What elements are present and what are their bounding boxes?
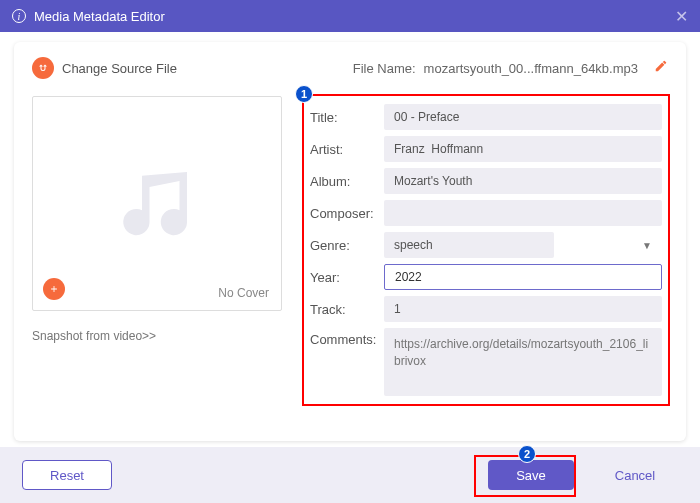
add-cover-button[interactable] bbox=[43, 278, 65, 300]
no-cover-label: No Cover bbox=[218, 286, 269, 300]
info-icon: i bbox=[12, 9, 26, 23]
close-icon[interactable]: ✕ bbox=[675, 7, 688, 26]
album-label: Album: bbox=[310, 174, 384, 189]
file-name-label: File Name: bbox=[353, 61, 416, 76]
window-title: Media Metadata Editor bbox=[34, 9, 165, 24]
year-input[interactable] bbox=[384, 264, 662, 290]
content: Change Source File File Name: mozartsyou… bbox=[0, 32, 700, 503]
save-button[interactable]: Save bbox=[488, 460, 574, 490]
change-source-file[interactable]: Change Source File bbox=[62, 61, 177, 76]
cancel-button[interactable]: Cancel bbox=[592, 460, 678, 490]
main-card: Change Source File File Name: mozartsyou… bbox=[14, 42, 686, 441]
chevron-down-icon: ▼ bbox=[642, 240, 652, 251]
comments-label: Comments: bbox=[310, 328, 384, 347]
change-source-icon[interactable] bbox=[32, 57, 54, 79]
music-note-icon bbox=[112, 157, 202, 251]
reset-button[interactable]: Reset bbox=[22, 460, 112, 490]
cover-column: No Cover Snapshot from video>> bbox=[32, 96, 282, 404]
track-label: Track: bbox=[310, 302, 384, 317]
genre-select[interactable] bbox=[384, 232, 554, 258]
callout-1-badge: 1 bbox=[295, 85, 313, 103]
top-row: Change Source File File Name: mozartsyou… bbox=[32, 54, 668, 82]
composer-label: Composer: bbox=[310, 206, 384, 221]
callout-2-badge: 2 bbox=[518, 445, 536, 463]
title-input[interactable] bbox=[384, 104, 662, 130]
snapshot-link[interactable]: Snapshot from video>> bbox=[32, 329, 282, 343]
file-name-value: mozartsyouth_00...ffmann_64kb.mp3 bbox=[424, 61, 638, 76]
track-input[interactable] bbox=[384, 296, 662, 322]
footer: Reset Save Cancel 2 bbox=[0, 447, 700, 503]
titlebar: i Media Metadata Editor ✕ bbox=[0, 0, 700, 32]
comments-input[interactable] bbox=[384, 328, 662, 396]
cover-box: No Cover bbox=[32, 96, 282, 311]
title-label: Title: bbox=[310, 110, 384, 125]
form-column: 1 Title: Artist: Album: Composer: bbox=[304, 96, 668, 404]
genre-label: Genre: bbox=[310, 238, 384, 253]
artist-input[interactable] bbox=[384, 136, 662, 162]
edit-filename-icon[interactable] bbox=[654, 59, 668, 77]
year-label: Year: bbox=[310, 270, 384, 285]
artist-label: Artist: bbox=[310, 142, 384, 157]
album-input[interactable] bbox=[384, 168, 662, 194]
composer-input[interactable] bbox=[384, 200, 662, 226]
